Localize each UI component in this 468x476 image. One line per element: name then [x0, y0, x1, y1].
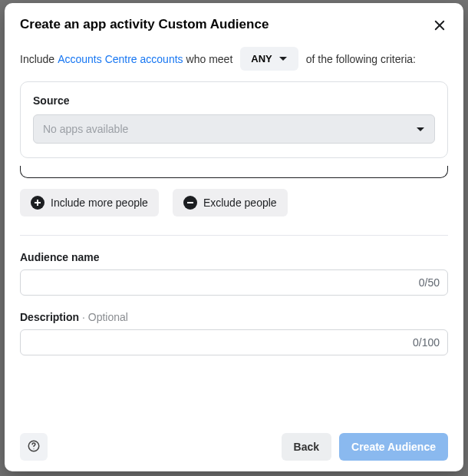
criteria-group-bottom: [20, 166, 448, 178]
description-optional: · Optional: [82, 311, 128, 323]
close-button[interactable]: [431, 17, 448, 36]
description-label-text: Description: [20, 311, 79, 323]
exclude-label: Exclude people: [203, 197, 277, 209]
criteria-mode-label: ANY: [251, 53, 272, 64]
source-placeholder: No apps available: [43, 123, 128, 135]
source-card: Source No apps available: [20, 81, 448, 158]
audience-name-label-text: Audience name: [20, 251, 99, 263]
chevron-down-icon: [278, 53, 288, 64]
people-action-row: Include more people Exclude people: [20, 189, 448, 217]
include-criteria-line: Include Accounts Centre accounts who mee…: [20, 47, 448, 71]
audience-name-input[interactable]: 0/50: [20, 269, 448, 296]
description-block: Description · Optional 0/100: [20, 311, 448, 355]
include-more-label: Include more people: [51, 197, 148, 209]
svg-point-6: [33, 448, 34, 449]
back-button[interactable]: Back: [282, 433, 331, 461]
include-more-people-button[interactable]: Include more people: [20, 189, 159, 217]
include-middle: who meet: [186, 53, 233, 65]
modal-header: Create an app activity Custom Audience: [20, 17, 448, 36]
footer-actions: Back Create Audience: [282, 433, 448, 461]
exclude-people-button[interactable]: Exclude people: [173, 189, 288, 217]
criteria-mode-dropdown[interactable]: ANY: [240, 47, 298, 71]
create-audience-button[interactable]: Create Audience: [339, 433, 448, 461]
source-select[interactable]: No apps available: [33, 114, 435, 144]
modal-title: Create an app activity Custom Audience: [20, 17, 269, 32]
audience-name-label: Audience name: [20, 251, 448, 263]
help-button[interactable]: [20, 433, 48, 461]
description-counter: 0/100: [413, 336, 440, 349]
audience-name-block: Audience name 0/50: [20, 251, 448, 296]
source-label: Source: [33, 94, 435, 107]
include-suffix: of the following criteria:: [306, 53, 416, 65]
plus-icon: [31, 196, 44, 210]
help-icon: [27, 439, 41, 455]
description-label: Description · Optional: [20, 311, 448, 323]
close-icon: [433, 23, 447, 35]
accounts-centre-link[interactable]: Accounts Centre accounts: [58, 53, 183, 65]
audience-name-counter: 0/50: [419, 276, 440, 289]
create-audience-modal: Create an app activity Custom Audience I…: [5, 3, 463, 471]
section-divider: [20, 235, 448, 236]
modal-footer: Back Create Audience: [20, 425, 448, 461]
chevron-down-icon: [416, 123, 425, 135]
minus-icon: [183, 196, 197, 210]
include-prefix: Include: [20, 53, 54, 65]
description-input[interactable]: 0/100: [20, 329, 448, 355]
